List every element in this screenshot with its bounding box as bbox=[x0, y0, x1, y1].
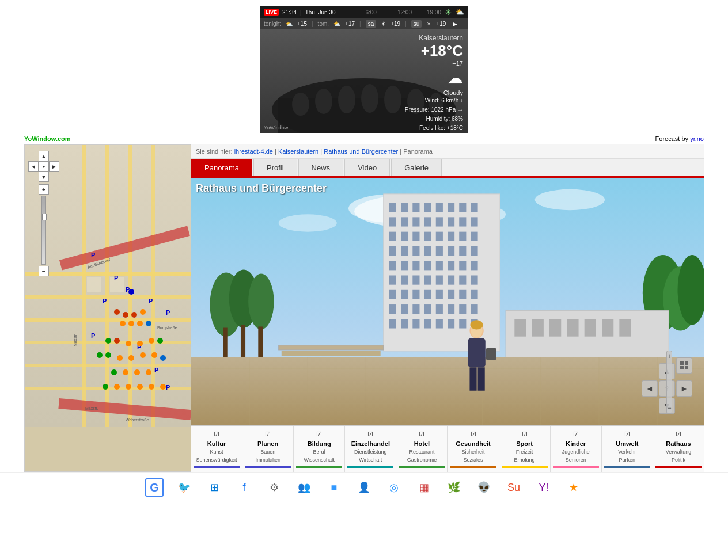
grid-icon[interactable]: ▦ bbox=[415, 478, 433, 497]
breadcrumb-link-1[interactable]: ihrestadt-4.de bbox=[234, 148, 273, 155]
category-sub2: Erholung bbox=[502, 456, 548, 464]
map-pan-right[interactable]: ► bbox=[49, 161, 59, 172]
ie-icon[interactable]: ◎ bbox=[385, 478, 403, 497]
svg-rect-91 bbox=[412, 203, 419, 212]
pan-right-button[interactable]: ► bbox=[676, 380, 692, 397]
yahoo-icon[interactable]: Y! bbox=[534, 478, 553, 497]
zoom-in-button[interactable]: + bbox=[667, 353, 671, 360]
category-sub1: Freizeit bbox=[502, 448, 548, 456]
map-zoom-out[interactable]: − bbox=[39, 266, 49, 276]
category-color-bar bbox=[245, 466, 291, 468]
stumble-icon[interactable]: Su bbox=[505, 478, 523, 497]
weather-time2: 6:00 bbox=[365, 9, 376, 16]
category-checkbox[interactable]: ☑ bbox=[604, 429, 650, 439]
svg-rect-89 bbox=[389, 203, 396, 212]
svg-rect-107 bbox=[412, 232, 419, 241]
svg-rect-145 bbox=[389, 304, 396, 314]
category-checkbox[interactable]: ☑ bbox=[655, 429, 702, 439]
category-item-hotel[interactable]: ☑ Hotel Restaurant Gastronomie bbox=[396, 426, 448, 472]
svg-rect-106 bbox=[401, 232, 408, 241]
map-zoom-in[interactable]: + bbox=[39, 184, 49, 195]
forecast-sa-icon: ☀ bbox=[381, 21, 386, 27]
category-item-umwelt[interactable]: ☑ Umwelt Verkehr Parken bbox=[602, 426, 653, 472]
twitter-icon[interactable]: 🐦 bbox=[175, 478, 194, 497]
tab-panorama[interactable]: Panorama bbox=[191, 159, 252, 176]
weather-wind: Wind: 6 km/h ↓ bbox=[405, 96, 463, 105]
yowindow-link[interactable]: YoWindow.com bbox=[24, 135, 71, 142]
map-zoom-bar[interactable] bbox=[41, 196, 46, 265]
svg-rect-119 bbox=[459, 246, 466, 256]
svg-point-78 bbox=[279, 214, 337, 231]
contacts-icon[interactable]: 👤 bbox=[355, 478, 373, 497]
category-item-rathaus[interactable]: ☑ Rathaus Verwaltung Politik bbox=[653, 426, 704, 472]
tab-profil[interactable]: Profil bbox=[253, 159, 297, 176]
category-item-einzelhandel[interactable]: ☑ Einzelhandel Dienstleistung Wirtschaft bbox=[345, 426, 396, 472]
people-icon[interactable]: 👥 bbox=[295, 478, 313, 497]
pan-left-button[interactable]: ◄ bbox=[642, 380, 658, 397]
category-checkbox[interactable]: ☑ bbox=[194, 429, 240, 439]
yowindow-watermark: YoWindow bbox=[264, 125, 288, 131]
map-pan-down[interactable]: ▼ bbox=[39, 172, 49, 182]
category-checkbox[interactable]: ☑ bbox=[296, 429, 342, 439]
svg-rect-125 bbox=[436, 261, 443, 270]
category-item-planen[interactable]: ☑ Planen Bauen Immobilien bbox=[242, 426, 294, 472]
forecast-sa-temp: +19 bbox=[390, 21, 400, 27]
forecast-tonight-temp: +15 bbox=[297, 21, 307, 27]
map-controls: ▲ ◄ ● ► ▼ + − bbox=[28, 151, 59, 276]
svg-point-70 bbox=[137, 384, 143, 390]
reddit-icon[interactable]: 👽 bbox=[475, 478, 493, 497]
tab-video[interactable]: Video bbox=[344, 159, 390, 176]
panorama-view[interactable]: Rathaus und Bürgercenter bbox=[191, 178, 704, 425]
breadcrumb-link-3[interactable]: Rathaus und Bürgercenter bbox=[324, 148, 398, 155]
weather-temperature: +18°C bbox=[405, 42, 463, 60]
svg-point-71 bbox=[149, 384, 154, 390]
forecast-nav-right[interactable]: ▶ bbox=[453, 21, 457, 27]
forecast-tonight-icon: ⛅ bbox=[286, 21, 293, 27]
star-icon[interactable]: ★ bbox=[564, 478, 583, 497]
svg-rect-143 bbox=[459, 290, 466, 299]
forecast-sep2: | bbox=[359, 21, 361, 27]
tree-icon[interactable]: 🌿 bbox=[445, 478, 463, 497]
category-checkbox[interactable]: ☑ bbox=[245, 429, 291, 439]
svg-point-7 bbox=[384, 86, 401, 113]
category-name: Kultur bbox=[194, 439, 240, 449]
category-sub2: Politik bbox=[655, 456, 702, 464]
settings-icon[interactable]: ⚙ bbox=[265, 478, 283, 497]
tab-news[interactable]: News bbox=[298, 159, 344, 176]
svg-rect-140 bbox=[424, 290, 431, 299]
category-item-kultur[interactable]: ☑ Kultur Kunst Sehenswürdigkeit bbox=[191, 426, 242, 472]
category-sub2: Sehenswürdigkeit bbox=[194, 456, 240, 464]
yr-no-link[interactable]: yr.no bbox=[690, 135, 704, 142]
breadcrumb-link-2[interactable]: Kaiserslautern bbox=[278, 148, 318, 155]
category-checkbox[interactable]: ☑ bbox=[502, 429, 548, 439]
svg-point-58 bbox=[117, 355, 123, 361]
category-item-kinder[interactable]: ☑ Kinder Jugendliche Senioren bbox=[551, 426, 602, 472]
category-sub2: Wissenschaft bbox=[296, 456, 342, 464]
svg-rect-97 bbox=[389, 217, 396, 226]
category-sub2: Wirtschaft bbox=[347, 456, 393, 464]
category-checkbox[interactable]: ☑ bbox=[553, 429, 599, 439]
map-pan-up[interactable]: ▲ bbox=[39, 151, 49, 161]
facebook-icon[interactable]: f bbox=[235, 478, 253, 497]
zoom-out-button[interactable]: − bbox=[667, 405, 671, 412]
map-pan-left[interactable]: ◄ bbox=[28, 161, 39, 172]
forecast-sep3: | bbox=[405, 21, 407, 27]
svg-point-4 bbox=[315, 89, 332, 114]
windows-icon[interactable]: ⊞ bbox=[205, 478, 223, 497]
category-checkbox[interactable]: ☑ bbox=[450, 429, 496, 439]
delicious-icon[interactable]: ■ bbox=[325, 478, 343, 497]
category-sub1: Verwaltung bbox=[655, 448, 702, 456]
category-item-gesundheit[interactable]: ☑ Gesundheit Sicherheit Soziales bbox=[448, 426, 499, 472]
category-checkbox[interactable]: ☑ bbox=[399, 429, 445, 439]
category-sub2: Immobilien bbox=[245, 456, 291, 464]
category-item-sport[interactable]: ☑ Sport Freizeit Erholung bbox=[499, 426, 551, 472]
category-item-bildung[interactable]: ☑ Bildung Beruf Wissenschaft bbox=[294, 426, 345, 472]
tab-galerie[interactable]: Galerie bbox=[391, 159, 442, 176]
category-name: Bildung bbox=[296, 439, 342, 449]
svg-rect-132 bbox=[424, 275, 431, 284]
google-icon[interactable]: G bbox=[145, 478, 164, 497]
category-checkbox[interactable]: ☑ bbox=[347, 429, 393, 439]
map-center[interactable]: ● bbox=[39, 161, 49, 172]
grid-view-button[interactable] bbox=[676, 357, 692, 374]
svg-text:P: P bbox=[103, 298, 107, 304]
